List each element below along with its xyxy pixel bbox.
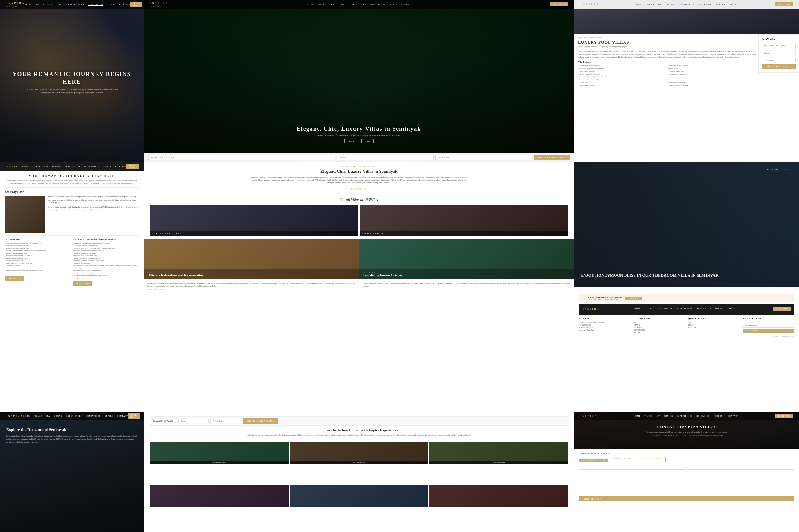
reason-label: Choose your reason for contacting us: (579, 452, 794, 455)
hero-title-1: YOUR ROMANTIC JOURNEY BEGINS HERE (6, 71, 137, 86)
eat-pray-text: Immerse yourself in a series of captivat… (48, 195, 139, 205)
romantic-page-text: We offer you to experience the elegance,… (5, 179, 139, 185)
footer-newsletter: Newsletter SUBSCRIBE (743, 318, 794, 334)
guests-input-journey[interactable] (178, 419, 209, 423)
contact-form (579, 465, 794, 495)
villa-meta: 2 beds • 2 baths • 14 weeks Large living… (578, 46, 758, 48)
promo-input-chic[interactable] (435, 155, 532, 160)
hero-subtitle-1: We offer you to experience the elegance,… (25, 88, 119, 94)
fusion-image: CULINARY Tantalizing Fusion Cuisine (359, 239, 574, 280)
thumb-extra1[interactable] (150, 485, 289, 507)
footer-quick-links: Quick Links ABOUT BLOG GALLERY (688, 318, 740, 334)
logo-panel2: INSPIRA SEMINYAK (150, 2, 169, 7)
villas-grid: LUXURY POOL VILLAS UMACITA VILLA (150, 205, 568, 236)
check-avail-btn-honeymoon[interactable]: CHECK AVAILABILITY (762, 167, 794, 172)
spa-image: SPA Ultimate Relaxation and Rejuvenation (144, 239, 359, 280)
thumb-south-bali[interactable]: South Bali Experience (150, 442, 289, 464)
panel-honeymoon-bliss: CHECK AVAILABILITY ENJOY HONEYMOON BLISS… (574, 162, 799, 287)
copyright: © 2024 INSPIRA. Designed by LOVADOVA (579, 336, 794, 337)
book-now-btn-2[interactable]: BOOK NOW (550, 2, 568, 6)
details-btn[interactable]: DETAILS (344, 139, 359, 144)
footer-grid: Contact reservations@inspiracollection.c… (579, 318, 794, 334)
chic-hero-desc: Nestled in the heart of Seminyak, INSPIR… (281, 134, 437, 137)
panel-footer-right: ♡ Special Honeymoon Packages Available! … (574, 287, 799, 412)
sidebar-check-btn[interactable]: Check Availability (762, 63, 796, 69)
guests-input-chic[interactable] (337, 155, 434, 160)
panel-journey-experiences: 29 Aug 2024 - 30 Aug 2024 | Check Availa… (144, 412, 574, 532)
arrival-input[interactable] (579, 488, 686, 493)
features-list: Complimentary high-speed Wi-Fi Premium 3… (578, 64, 758, 87)
sidebar-date-input[interactable] (762, 44, 796, 48)
contact-hero-subtitle: For more information, please fill out ou… (646, 431, 728, 434)
breadcrumb: Home > LUXURY POOL VILLAS (578, 37, 758, 39)
nav-links-3: HOME VILLAS SPA DINING EXPERIENCES HONEY… (635, 3, 740, 5)
sidebar-guests-input[interactable] (762, 51, 796, 55)
thumb-instagram[interactable]: Bali Instagram Tour (290, 442, 429, 464)
panel-luxury-villas: INSPIRA HOME VILLAS SPA DINING EXPERIENC… (574, 0, 799, 162)
date-input-chic[interactable] (148, 155, 335, 160)
book-btn-chic[interactable]: BOOK (361, 139, 374, 144)
book-now-btn-3[interactable]: BOOK NOW (775, 2, 793, 6)
check-avail-btn-chic[interactable]: Check Availability (534, 155, 569, 160)
navbar-panel10: INSPIRA HOME VILLAS SPA DINING EXPERIENC… (574, 412, 799, 420)
book-now-btn-1[interactable]: BOOK NOW (130, 2, 142, 7)
submit-btn[interactable]: SEND REQUEST (579, 496, 794, 501)
thumb-extra2[interactable] (290, 485, 429, 507)
romantic-page-title: YOUR ROMANTIC JOURNEY BEGINS HERE (5, 174, 139, 177)
package2-title: EAT PRAY LOVE longer to experience more! (73, 238, 139, 241)
honeymoon-title: ENJOY HONEYMOON BLISS IN OUR 1 BEDROOM V… (581, 273, 793, 278)
book-now-8[interactable]: BOOK NOW (128, 413, 140, 419)
book-now-2[interactable]: BOOK NOW (73, 281, 92, 286)
request-info-btn[interactable]: Request Information (579, 459, 608, 462)
package-title: EAT PRAY LOVE (5, 238, 70, 241)
explore-title: Explore the Romance of Seminyak (6, 427, 137, 432)
luxury-villas-title: LUXURY POOL VILLAS (578, 40, 758, 45)
sidebar-promo-input[interactable] (762, 58, 796, 62)
read-more-link[interactable]: READ MORE › (351, 188, 367, 190)
last-name-input[interactable] (688, 465, 795, 470)
thumb-extra3[interactable] (429, 485, 568, 507)
panel-romantic-hero: INSPIRA SEMINYAK HOME VILLAS SPA DINING … (0, 0, 144, 162)
villa-card-pool[interactable]: LUXURY POOL VILLAS (150, 205, 358, 236)
subscribe-btn[interactable]: SUBSCRIBE (743, 329, 794, 333)
panel-contact-form: INSPIRA HOME VILLAS SPA DINING EXPERIENC… (574, 412, 799, 532)
panel-explore-seminyak: INSPIRA HOME VILLAS SPA DINING EXPERIENC… (0, 412, 144, 532)
panel-eat-pray-love: INSPIRA HOME VILLAS SPA DINING EXPERIENC… (0, 162, 144, 412)
villa-card-umacita[interactable]: UMACITA VILLA (360, 205, 568, 236)
contact-hero-title: CONTACT INSPIRA VILLAS (646, 424, 728, 430)
footer-offers: Our Offers SPA DINING PACKAGES EXPERIENC… (634, 318, 685, 334)
eat-pray-text2: Connect with a restorative bath ritual a… (48, 206, 139, 212)
chic-hero-title: Elegant, Chic, Luxury Villas in Seminyak (144, 126, 574, 132)
email-input[interactable] (579, 473, 686, 477)
check-avail-journey[interactable]: Check Availability (242, 418, 278, 424)
navbar-panel1: INSPIRA SEMINYAK HOME VILLAS SPA DINING … (0, 0, 144, 9)
book-now-btn-4[interactable]: BOOK NOW (126, 164, 139, 169)
spa-read-more[interactable]: VISIT OUR SPA (147, 289, 355, 291)
navbar-panel8: INSPIRA HOME VILLAS SPA DINING EXPERIENC… (0, 412, 144, 420)
phone-input[interactable] (688, 473, 795, 477)
heart-icon: ♡ (582, 297, 585, 300)
navbar-panel4: INSPIRA HOME VILLAS SPA DINING EXPERIENC… (0, 162, 144, 171)
navbar-panel3: INSPIRA HOME VILLAS SPA DINING EXPERIENC… (574, 0, 799, 9)
logo-panel1: INSPIRA SEMINYAK (6, 2, 25, 7)
first-name-input[interactable] (579, 465, 686, 470)
thumb-ubud[interactable]: Ubud Surroundings (429, 442, 568, 464)
newsletter-input[interactable] (743, 323, 794, 328)
booking-sidebar: Book Your Stay Check Availability (759, 34, 799, 73)
contact-experiences-btn[interactable]: Contact Experiences (636, 457, 666, 462)
book-now-footer[interactable]: BOOK NOW (773, 307, 791, 310)
eat-pray-title: Eat Pray Love (5, 190, 139, 194)
all-villas-title: See all Villas at INSPIRA (150, 197, 568, 202)
promo-input-journey[interactable] (211, 419, 241, 423)
spa-text: Relaxation is essential to having a plea… (147, 282, 355, 287)
journey-title: Journey to the heart of Bali with Inspir… (150, 428, 568, 432)
guests-count-input[interactable] (688, 480, 795, 485)
address-input[interactable] (579, 480, 686, 485)
book-now-10[interactable]: BOOK NOW (775, 414, 793, 418)
villa-description: Indulge in the sophistication of our one… (578, 50, 758, 58)
booking-inquiry-btn[interactable]: Booking Inquiry (610, 457, 634, 462)
book-now-1[interactable]: BOOK NOW (5, 276, 24, 281)
notice-bar: ♡ Special Honeymoon Packages Available! … (579, 294, 794, 303)
departure-input[interactable] (688, 488, 795, 493)
learn-more-btn[interactable]: LEARN MORE (625, 297, 642, 300)
